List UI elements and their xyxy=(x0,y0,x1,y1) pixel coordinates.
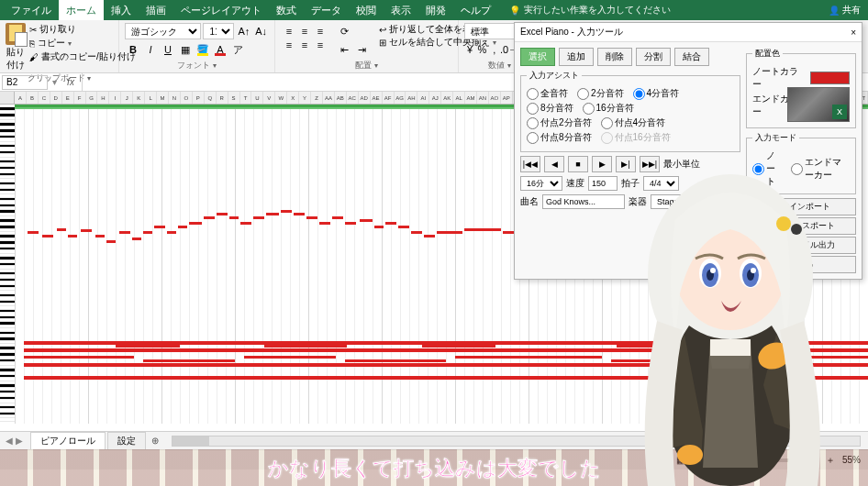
font-color-button[interactable]: A xyxy=(212,41,228,58)
opt-half[interactable]: 2分音符 xyxy=(577,87,624,100)
note[interactable] xyxy=(385,222,396,225)
font-size-select[interactable]: 11 xyxy=(203,23,234,39)
note[interactable] xyxy=(749,341,859,344)
note[interactable] xyxy=(424,235,435,237)
tab-file[interactable]: ファイル xyxy=(4,0,59,20)
note[interactable] xyxy=(617,345,745,348)
col-header[interactable]: AL xyxy=(453,92,465,104)
col-header[interactable]: N xyxy=(169,92,181,104)
italic-button[interactable]: I xyxy=(142,41,159,58)
note[interactable] xyxy=(178,226,187,228)
note[interactable] xyxy=(217,213,228,215)
namebox-dropdown-icon[interactable]: ▾ xyxy=(50,77,60,87)
tool-close-button-2[interactable]: 閉じる xyxy=(746,256,856,273)
transport-stop[interactable]: ■ xyxy=(568,156,588,172)
note[interactable] xyxy=(455,356,602,359)
name-box[interactable]: B2 xyxy=(2,75,48,90)
col-header[interactable]: AC xyxy=(347,92,359,104)
col-header[interactable]: X xyxy=(287,92,299,104)
col-header[interactable]: D xyxy=(50,92,62,104)
paste-button[interactable]: 貼り付け xyxy=(6,23,26,72)
note[interactable] xyxy=(24,376,868,380)
select-all-corner[interactable] xyxy=(0,92,15,104)
tab-developer[interactable]: 開発 xyxy=(418,0,453,20)
transport-play[interactable]: ▶ xyxy=(592,156,612,172)
note[interactable] xyxy=(352,341,417,344)
note[interactable] xyxy=(437,231,462,234)
opt-dot-quarter[interactable]: 付点4分音符 xyxy=(601,116,666,129)
note[interactable] xyxy=(611,359,758,362)
accounting-format-button[interactable]: ¥ xyxy=(464,41,475,58)
mode-add-button[interactable]: 追加 xyxy=(559,48,594,66)
note[interactable] xyxy=(119,231,130,234)
tab-help[interactable]: ヘルプ xyxy=(453,0,498,20)
transport-first[interactable]: |◀◀ xyxy=(520,156,540,172)
tempo-input[interactable] xyxy=(588,176,618,191)
col-header[interactable]: AB xyxy=(335,92,347,104)
note[interactable] xyxy=(501,341,611,344)
phonetic-button[interactable]: ア xyxy=(229,41,246,58)
col-header[interactable]: T xyxy=(240,92,252,104)
note[interactable] xyxy=(229,216,239,219)
note[interactable] xyxy=(68,235,77,237)
col-header[interactable]: AH xyxy=(406,92,417,104)
col-header[interactable]: L xyxy=(145,92,157,104)
note[interactable] xyxy=(319,222,330,225)
tab-formulas[interactable]: 数式 xyxy=(269,0,304,20)
alignment-grid[interactable]: ≡≡≡ ≡≡≡ xyxy=(281,23,327,50)
instrument-select[interactable]: Stage Piano xyxy=(651,194,715,209)
transport-prev[interactable]: ◀ xyxy=(544,156,564,172)
emd-import-button[interactable]: EMDインポート xyxy=(746,198,856,215)
note[interactable] xyxy=(464,228,501,231)
note[interactable] xyxy=(345,222,356,225)
note[interactable] xyxy=(189,222,202,225)
note[interactable] xyxy=(167,231,176,234)
emd-export-button[interactable]: EMDエクスポート xyxy=(746,217,856,235)
col-header[interactable]: AI xyxy=(417,92,429,104)
note[interactable] xyxy=(28,231,39,234)
song-input[interactable] xyxy=(542,194,625,209)
col-header[interactable]: F xyxy=(74,92,86,104)
hscroll-thumb[interactable] xyxy=(172,436,209,446)
note[interactable] xyxy=(24,363,868,367)
col-header[interactable]: K xyxy=(133,92,145,104)
note[interactable] xyxy=(244,356,336,359)
fx-icon[interactable]: fx xyxy=(60,77,82,87)
opt-quarter[interactable]: 4分音符 xyxy=(633,87,680,100)
note[interactable] xyxy=(266,213,279,215)
tell-me[interactable]: 💡 実行したい作業を入力してください xyxy=(509,0,671,20)
note[interactable] xyxy=(24,348,868,352)
note[interactable] xyxy=(24,341,106,344)
note[interactable] xyxy=(360,219,373,222)
font-name-select[interactable]: 游ゴシック xyxy=(125,23,201,39)
opt-sixteenth[interactable]: 16分音符 xyxy=(583,102,634,115)
col-header[interactable]: I xyxy=(109,92,121,104)
border-button[interactable]: ▦ xyxy=(177,41,194,58)
tab-page-layout[interactable]: ページレイアウト xyxy=(173,0,269,20)
transport-last[interactable]: ▶▶| xyxy=(640,156,660,172)
increase-font-icon[interactable]: A↑ xyxy=(236,23,251,39)
note[interactable] xyxy=(185,341,259,344)
tool-close-button[interactable]: × xyxy=(851,28,856,38)
col-header[interactable]: AA xyxy=(323,92,335,104)
col-header[interactable]: M xyxy=(157,92,169,104)
mode-endmarker[interactable]: エンドマーカー xyxy=(791,149,850,188)
note[interactable] xyxy=(42,235,53,237)
add-sheet-button[interactable]: ⊕ xyxy=(146,436,164,446)
note[interactable] xyxy=(143,359,235,362)
note[interactable] xyxy=(24,356,134,359)
note[interactable] xyxy=(240,222,251,225)
note[interactable] xyxy=(116,345,180,348)
col-header[interactable]: G xyxy=(86,92,98,104)
col-header[interactable]: A xyxy=(15,92,27,104)
note[interactable] xyxy=(253,216,264,219)
decrease-indent-button[interactable]: ⇤ xyxy=(336,41,352,58)
col-header[interactable]: AN xyxy=(477,92,489,104)
note[interactable] xyxy=(154,226,165,228)
col-header[interactable]: AD xyxy=(359,92,371,104)
excel-piano-tool-panel[interactable]: Excel Piano - 入力ツール × 選択 追加 削除 分割 結合 入力ア… xyxy=(514,22,862,280)
note[interactable] xyxy=(767,356,868,359)
mode-select-button[interactable]: 選択 xyxy=(520,48,555,66)
opt-dot-half[interactable]: 付点2分音符 xyxy=(527,116,592,129)
col-header[interactable]: W xyxy=(275,92,287,104)
